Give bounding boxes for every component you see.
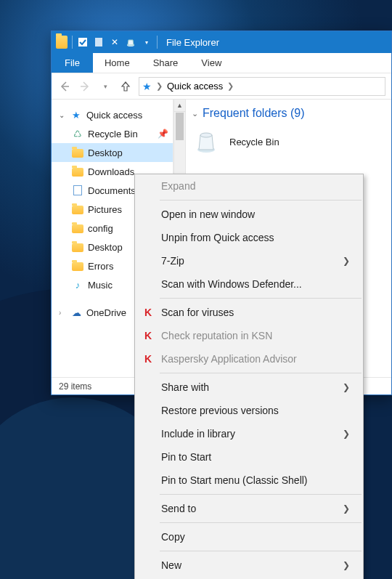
title-bar: ✕ ▾ File Explorer bbox=[52, 31, 391, 53]
window-title: File Explorer bbox=[166, 37, 219, 48]
folder-icon bbox=[72, 147, 83, 158]
sidebar-item-label: Desktop bbox=[88, 147, 123, 158]
quick-access-star-icon: ★ bbox=[142, 81, 152, 92]
sidebar-item-label: Documents bbox=[88, 185, 136, 196]
sidebar-item-label: config bbox=[88, 223, 113, 234]
sidebar-item-desktop[interactable]: Desktop bbox=[52, 143, 173, 162]
kaspersky-icon: K bbox=[142, 306, 155, 319]
cm-pin-start[interactable]: Pin to Start bbox=[135, 445, 363, 469]
cm-scan-viruses[interactable]: KScan for viruses bbox=[135, 301, 363, 324]
star-icon: ★ bbox=[70, 109, 82, 121]
qat-delete-icon[interactable]: ✕ bbox=[109, 36, 121, 48]
scroll-thumb[interactable] bbox=[176, 113, 184, 140]
scroll-up-icon[interactable]: ▲ bbox=[174, 100, 185, 112]
forward-button[interactable] bbox=[78, 79, 92, 94]
kaspersky-icon: K bbox=[142, 352, 155, 365]
sidebar-item-label: Quick access bbox=[86, 110, 142, 121]
sidebar-item-label: Music bbox=[88, 280, 113, 291]
ribbon-tabs: File Home Share View bbox=[52, 53, 391, 73]
folder-icon bbox=[72, 203, 83, 215]
address-bar[interactable]: ★ ❯ Quick access ❯ bbox=[139, 77, 385, 96]
chevron-right-icon: ❯ bbox=[343, 256, 350, 266]
sidebar-item-label: Pictures bbox=[88, 204, 122, 215]
chevron-right-icon: ❯ bbox=[343, 503, 350, 514]
folder-icon bbox=[72, 166, 83, 177]
sidebar-quick-access[interactable]: ⌄ ★ Quick access bbox=[52, 105, 173, 124]
separator bbox=[160, 522, 362, 523]
cloud-icon: ☁ bbox=[70, 307, 82, 318]
cm-check-ksn: KCheck reputation in KSN bbox=[135, 324, 363, 347]
chevron-right-icon[interactable]: ❯ bbox=[227, 81, 234, 91]
folder-item-recycle-bin[interactable]: Recycle Bin bbox=[192, 127, 385, 156]
chevron-down-icon[interactable]: ⌄ bbox=[192, 109, 198, 118]
folder-icon bbox=[72, 260, 83, 272]
tab-view[interactable]: View bbox=[189, 53, 233, 73]
separator bbox=[160, 298, 362, 299]
sidebar-item-label: Downloads bbox=[88, 166, 134, 177]
cm-restore-versions[interactable]: Restore previous versions bbox=[135, 399, 363, 422]
up-button[interactable] bbox=[118, 79, 133, 94]
sidebar-item-label: Desktop bbox=[88, 242, 123, 253]
section-frequent-folders[interactable]: ⌄ Frequent folders (9) bbox=[192, 107, 385, 120]
cm-copy[interactable]: Copy bbox=[135, 525, 363, 548]
navigation-bar: ▾ ★ ❯ Quick access ❯ bbox=[52, 73, 391, 100]
cm-expand: Expand bbox=[135, 174, 363, 198]
folder-item-label: Recycle Bin bbox=[229, 137, 279, 147]
cm-include-library[interactable]: Include in library❯ bbox=[135, 422, 363, 445]
svg-point-4 bbox=[200, 133, 212, 137]
pin-icon: 📌 bbox=[158, 129, 168, 139]
separator bbox=[160, 373, 362, 373]
back-button[interactable] bbox=[57, 79, 72, 94]
cm-pin-classic[interactable]: Pin to Start menu (Classic Shell) bbox=[135, 469, 363, 492]
sidebar-item-label: Recycle Bin bbox=[88, 129, 138, 139]
qat-properties-icon[interactable] bbox=[77, 36, 89, 48]
separator bbox=[160, 551, 362, 551]
qat-new-folder-icon[interactable] bbox=[93, 36, 105, 48]
cm-share-with[interactable]: Share with❯ bbox=[135, 376, 363, 399]
recent-dropdown[interactable]: ▾ bbox=[98, 79, 113, 94]
separator bbox=[160, 494, 362, 495]
cm-unpin[interactable]: Unpin from Quick access bbox=[135, 226, 363, 249]
item-count: 29 items bbox=[59, 381, 91, 392]
separator bbox=[72, 36, 73, 49]
chevron-down-icon[interactable]: ⌄ bbox=[59, 111, 66, 119]
document-icon bbox=[72, 185, 83, 196]
music-icon: ♪ bbox=[72, 279, 83, 291]
chevron-right-icon: ❯ bbox=[343, 382, 350, 392]
tab-file[interactable]: File bbox=[52, 53, 93, 73]
recycle-bin-icon bbox=[192, 127, 221, 156]
sidebar-item-label: OneDrive bbox=[86, 307, 126, 318]
chevron-right-icon[interactable]: › bbox=[59, 309, 66, 317]
cm-send-to[interactable]: Send to❯ bbox=[135, 497, 363, 520]
cm-new[interactable]: New❯ bbox=[135, 554, 363, 577]
cm-open-new-window[interactable]: Open in new window bbox=[135, 203, 363, 226]
qat-recycle-icon[interactable] bbox=[125, 36, 136, 48]
separator bbox=[160, 200, 362, 201]
svg-rect-0 bbox=[78, 38, 87, 46]
recycle-bin-icon: ♺ bbox=[72, 128, 83, 139]
section-label: Frequent folders (9) bbox=[203, 107, 305, 120]
chevron-right-icon[interactable]: ❯ bbox=[156, 81, 163, 91]
separator bbox=[157, 36, 158, 49]
breadcrumb-root[interactable]: Quick access bbox=[167, 81, 223, 92]
sidebar-item-recycle-bin[interactable]: ♺ Recycle Bin 📌 bbox=[52, 124, 173, 143]
folder-icon bbox=[72, 241, 83, 253]
chevron-right-icon: ❯ bbox=[343, 560, 350, 570]
cm-defender[interactable]: Scan with Windows Defender... bbox=[135, 272, 363, 296]
qat-dropdown-icon[interactable]: ▾ bbox=[141, 36, 152, 48]
kaspersky-icon: K bbox=[142, 329, 155, 342]
tab-home[interactable]: Home bbox=[93, 53, 142, 73]
folder-icon bbox=[72, 222, 83, 234]
app-icon bbox=[56, 36, 68, 48]
svg-rect-1 bbox=[95, 38, 102, 46]
cm-7zip[interactable]: 7-Zip❯ bbox=[135, 249, 363, 272]
cm-kav-advisor: KKaspersky Application Advisor bbox=[135, 347, 363, 371]
sidebar-item-label: Errors bbox=[88, 261, 113, 272]
context-menu: Expand Open in new window Unpin from Qui… bbox=[134, 174, 364, 579]
tab-share[interactable]: Share bbox=[142, 53, 190, 73]
chevron-right-icon: ❯ bbox=[343, 429, 350, 439]
